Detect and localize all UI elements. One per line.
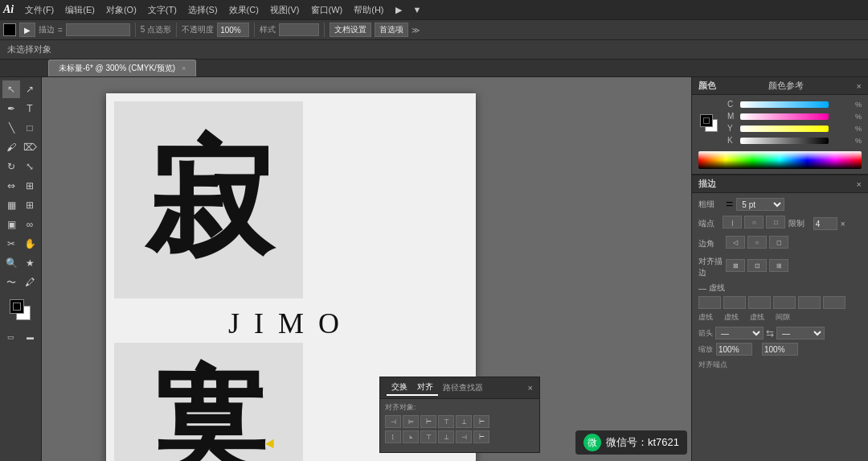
menu-select[interactable]: 选择(S) <box>183 2 223 18</box>
dash-box-3[interactable] <box>748 296 771 309</box>
menu-dropdown[interactable]: ▼ <box>408 3 427 16</box>
pen-tool[interactable]: ✒ <box>2 100 20 117</box>
scale-tool[interactable]: ⤡ <box>21 158 39 175</box>
doc-settings-btn[interactable]: 文档设置 <box>330 23 371 37</box>
align-stroke-row: 对齐描边 ⊠ ⊡ ⊞ <box>698 256 862 278</box>
shape-tool[interactable]: □ <box>21 119 39 137</box>
more-btn[interactable]: ≫ <box>411 26 420 35</box>
dist-h-btn[interactable]: ⦚ <box>385 430 401 443</box>
color-spectrum[interactable] <box>698 151 862 169</box>
dash-box-4[interactable] <box>773 296 796 309</box>
dist-btm-btn[interactable]: ⊥ <box>438 430 454 443</box>
opacity-input[interactable] <box>217 23 249 37</box>
fill-swatch-tool[interactable] <box>10 299 24 314</box>
line-tool[interactable]: ╲ <box>2 119 20 137</box>
color-panel-close[interactable]: × <box>857 81 862 91</box>
magenta-slider[interactable] <box>740 113 829 120</box>
dist-top-btn[interactable]: ⊤ <box>420 430 436 443</box>
align-center-icon[interactable]: ⊠ <box>726 259 745 272</box>
select-tool[interactable]: ↖ <box>2 80 20 98</box>
top-chinese-char: 寂 <box>145 136 273 265</box>
warp-tool[interactable]: 〜 <box>2 274 20 291</box>
menu-view[interactable]: 视图(V) <box>265 2 305 18</box>
menu-effect[interactable]: 效果(C) <box>224 2 264 18</box>
symbol-tool[interactable]: ★ <box>21 254 39 272</box>
arrow-start[interactable]: — <box>715 327 764 340</box>
menu-help[interactable]: 帮助(H) <box>349 2 388 18</box>
stroke-panel-close[interactable]: × <box>857 179 862 189</box>
menu-bar: Ai 文件(F) 编辑(E) 对象(O) 文字(T) 选择(S) 效果(C) 视… <box>0 0 868 19</box>
weight-select[interactable]: 1 pt 3 pt 5 pt <box>736 198 784 211</box>
dist-left-btn[interactable]: ⊣ <box>456 430 472 443</box>
scissors-tool[interactable]: ✂ <box>2 235 20 253</box>
eraser-tool[interactable]: ⌦ <box>21 138 39 156</box>
corner-bevel[interactable]: ◻ <box>769 236 788 249</box>
cap-butt[interactable]: | <box>723 216 742 228</box>
menu-object[interactable]: 对象(O) <box>101 2 141 18</box>
dash-box-2[interactable] <box>723 296 746 309</box>
dash-box-5[interactable] <box>798 296 821 309</box>
cap-square[interactable]: □ <box>766 216 785 228</box>
limit-label: 限制 <box>788 218 809 229</box>
align-center-v-btn[interactable]: ⊥ <box>456 415 472 428</box>
dash-box-6[interactable] <box>823 296 845 309</box>
menu-window[interactable]: 窗口(W) <box>306 2 348 18</box>
scale-end-input[interactable] <box>762 343 798 356</box>
black-slider[interactable] <box>740 138 829 144</box>
align-right-btn[interactable]: ⊢ <box>420 415 436 428</box>
fill-swatch[interactable] <box>3 23 16 36</box>
black-label: K <box>727 136 737 145</box>
type-tool[interactable]: T <box>21 100 39 117</box>
prefs-btn[interactable]: 首选项 <box>375 23 408 37</box>
gap3-label: 间隙 <box>776 312 790 323</box>
tab-close-btn[interactable]: × <box>182 64 186 72</box>
style-input[interactable] <box>279 23 319 36</box>
align-left-btn[interactable]: ⊣ <box>385 415 401 428</box>
cyan-slider[interactable] <box>740 101 829 108</box>
cap-round[interactable]: ○ <box>744 216 764 228</box>
arrow-end[interactable]: — <box>776 327 825 340</box>
rotate-tool[interactable]: ↻ <box>2 158 20 175</box>
fg-color-box[interactable] <box>700 114 713 127</box>
tab-swap[interactable]: 交换 <box>387 380 412 396</box>
menu-edit[interactable]: 编辑(E) <box>60 2 100 18</box>
eyedropper-tool[interactable]: 🖍 <box>21 274 39 291</box>
align-outside-icon[interactable]: ⊞ <box>769 259 788 272</box>
align-top-btn[interactable]: ⊤ <box>438 415 454 428</box>
hand-tool[interactable]: ✋ <box>21 235 39 253</box>
main-toolbar: ▶ 描边 = 5 点选形 不透明度 样式 文档设置 首选项 ≫ <box>0 19 868 40</box>
mesh-tool[interactable]: ⊞ <box>21 196 39 214</box>
screen-mode-normal[interactable]: ▭ <box>2 328 20 346</box>
tab-align[interactable]: 对齐 <box>412 380 438 396</box>
align-center-h-btn[interactable]: ⊨ <box>403 415 419 428</box>
gradient-tool[interactable]: ▣ <box>2 216 20 233</box>
dash-box-1[interactable] <box>698 296 721 309</box>
scale-start-input[interactable] <box>716 343 752 356</box>
graph-tool[interactable]: ▦ <box>2 196 20 214</box>
corner-round[interactable]: ○ <box>747 236 767 249</box>
align-inside-icon[interactable]: ⊡ <box>747 259 767 272</box>
limit-input[interactable] <box>813 217 837 230</box>
corner-miter[interactable]: ◁ <box>726 236 745 249</box>
menu-type[interactable]: 文字(T) <box>143 2 182 18</box>
tab-pathfinder[interactable]: 路径查找器 <box>438 381 488 395</box>
mirror-tool[interactable]: ⇔ <box>2 177 20 195</box>
free-transform[interactable]: ⊞ <box>21 177 39 195</box>
menu-play[interactable]: ▶ <box>391 3 407 17</box>
align-bottom-btn[interactable]: ⊢ <box>473 415 489 428</box>
arrow-direction-icon: ⇆ <box>766 327 774 339</box>
paint-tool[interactable]: 🖌 <box>2 138 20 156</box>
menu-file[interactable]: 文件(F) <box>20 2 59 18</box>
zoom-tool[interactable]: 🔍 <box>2 254 20 272</box>
blend-tool[interactable]: ∞ <box>21 216 39 233</box>
stroke-arrow[interactable]: ▶ <box>19 23 35 37</box>
document-tab[interactable]: 未标量-6* @ 300% (CMYK/预览) × <box>48 60 196 76</box>
stroke-input[interactable] <box>66 23 130 36</box>
dist-v-btn[interactable]: ⦛ <box>403 430 419 443</box>
screen-mode-full[interactable]: ▬ <box>22 328 39 346</box>
yellow-slider[interactable] <box>740 126 829 132</box>
direct-select-tool[interactable]: ↗ <box>21 80 39 98</box>
align-panel-close[interactable]: × <box>528 383 533 393</box>
black-pct: % <box>855 137 862 145</box>
dist-right-btn[interactable]: ⊢ <box>473 430 489 443</box>
